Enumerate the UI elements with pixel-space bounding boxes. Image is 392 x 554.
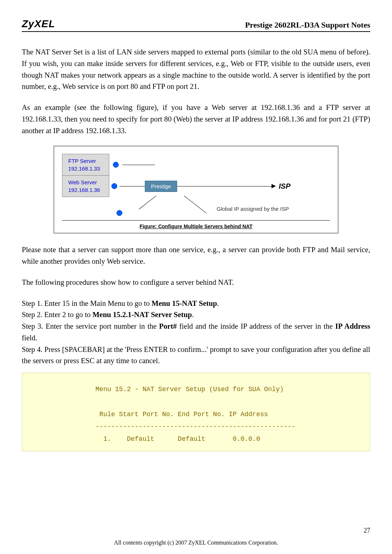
connector-line (177, 186, 271, 186)
dot-icon (111, 183, 117, 189)
step-3: Step 3. Enter the service port number in… (22, 321, 370, 344)
ftp-server-box: FTP Server 192.168.1.33 (62, 154, 109, 176)
paragraph-4: The following procedures show how to con… (22, 277, 370, 288)
web-server-label: Web Server (68, 178, 103, 186)
step-1-dot: . (217, 299, 219, 307)
figure-caption: Figure: Configure Multiple Servers behin… (62, 220, 330, 229)
prestige-box: Prestige (145, 181, 177, 192)
diagonal-connector (122, 196, 148, 217)
global-ip-caption: Global IP assigned by the ISP (217, 206, 289, 212)
step-1: Step 1. Enter 15 in the Main Menu to go … (22, 298, 370, 309)
step-2: Step 2. Enter 2 to go to Menu 15.2.1-NAT… (22, 309, 370, 321)
copyright-footer: All contents copyright (c) 2007 ZyXEL Co… (0, 539, 392, 546)
dot-icon (113, 162, 119, 168)
terminal-menu-block: Menu 15.2 - NAT Server Setup (Used for S… (22, 373, 370, 451)
diagonal-connector (184, 196, 209, 217)
step-3-text-a: Step 3. Enter the service port number in… (22, 322, 159, 330)
step-1-text: Step 1. Enter 15 in the Main Menu to go … (22, 299, 152, 307)
ftp-server-label: FTP Server (68, 157, 103, 165)
step-4: Step 4. Press [SPACEBAR] at the 'Press E… (22, 344, 370, 367)
step-3-text-c: field. (22, 334, 37, 342)
paragraph-3: Please note that a server can support mo… (22, 244, 370, 267)
figure-row-web: Web Server 192.168.1.36 Prestige ISP (62, 175, 330, 197)
step-2-menu: Menu 15.2.1-NAT Server Setup (93, 311, 192, 319)
step-3-text-b: field and the inside IP address of the s… (177, 322, 335, 330)
paragraph-1: The NAT Server Set is a list of LAN side… (22, 46, 370, 93)
step-2-text: Step 2. Enter 2 to go to (22, 311, 93, 319)
connector-line (122, 165, 155, 165)
logo-text: ZyXEL (22, 18, 55, 30)
paragraph-2: As an example (see the following figure)… (22, 102, 370, 136)
step-2-dot: . (192, 311, 194, 319)
step-1-menu: Menu 15-NAT Setup (152, 299, 217, 307)
isp-label: ISP (279, 182, 290, 190)
dot-icon (117, 210, 122, 216)
arrow-right-icon (271, 184, 276, 188)
header-title: Prestige 2602RL-D3A Support Notes (245, 20, 370, 30)
network-figure: FTP Server 192.168.1.33 Web Server 192.1… (54, 146, 338, 233)
ftp-server-ip: 192.168.1.33 (68, 165, 103, 172)
figure-row-ftp: FTP Server 192.168.1.33 (62, 152, 330, 177)
figure-row-global: Global IP assigned by the ISP (62, 196, 330, 220)
web-server-ip: 192.168.1.36 (68, 186, 103, 194)
connector-line (119, 186, 145, 186)
page-header: ZyXEL Prestige 2602RL-D3A Support Notes (22, 18, 370, 32)
web-server-box: Web Server 192.168.1.36 (62, 175, 109, 197)
page-number: 27 (364, 527, 370, 534)
step-3-ipaddress: IP Address (335, 322, 370, 330)
step-3-port: Port# (159, 322, 177, 330)
